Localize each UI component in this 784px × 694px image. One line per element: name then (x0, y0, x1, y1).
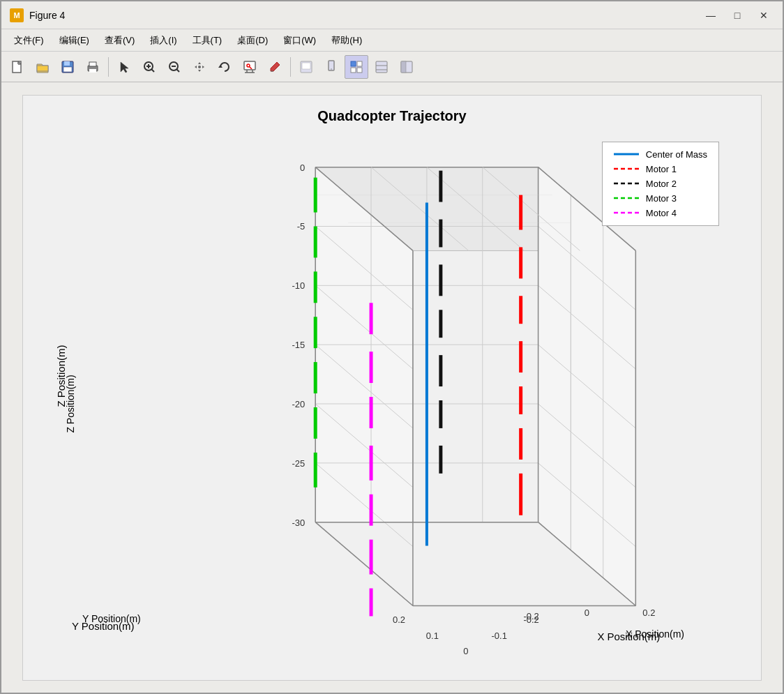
legend-label-motor4: Motor 4 (646, 208, 677, 218)
svg-text:X Position(m): X Position(m) (597, 631, 660, 642)
menu-bar: 文件(F) 编辑(E) 查看(V) 插入(I) 工具(T) 桌面(D) 窗口(W… (1, 29, 783, 52)
svg-rect-34 (376, 61, 387, 73)
open-button[interactable] (31, 55, 54, 79)
svg-text:Y Position(m): Y Position(m) (72, 620, 135, 632)
brush-button[interactable] (263, 55, 287, 79)
svg-marker-18 (218, 65, 223, 68)
minimize-button[interactable]: — (700, 6, 721, 24)
legend-label-motor1: Motor 1 (646, 164, 677, 174)
menu-tools[interactable]: 工具(T) (186, 31, 229, 50)
svg-text:0: 0 (463, 646, 468, 656)
content-area: Quadcopter Trajectory Z Position(m) X Po… (1, 82, 783, 693)
svg-text:-30: -30 (292, 517, 305, 527)
svg-text:-20: -20 (292, 398, 305, 409)
maximize-button[interactable]: □ (727, 6, 748, 24)
svg-rect-5 (64, 61, 70, 66)
legend-label-motor2: Motor 2 (646, 179, 677, 189)
svg-text:0.2: 0.2 (642, 608, 655, 618)
grid2-button[interactable] (370, 55, 393, 79)
print-button[interactable] (81, 55, 105, 79)
main-window: M Figure 4 — □ ✕ 文件(F) 编辑(E) 查看(V) 插入(I)… (0, 0, 784, 694)
pan-button[interactable] (188, 55, 211, 79)
figure-button[interactable] (294, 55, 318, 79)
legend-item-com: Center of Mass (614, 149, 707, 160)
svg-line-13 (152, 69, 155, 72)
legend-item-motor2: Motor 2 (614, 179, 707, 189)
menu-view[interactable]: 查看(V) (98, 31, 142, 50)
legend-item-motor3: Motor 3 (614, 193, 707, 204)
select-button[interactable] (112, 55, 136, 79)
svg-text:-25: -25 (292, 458, 305, 468)
legend-line-motor4 (614, 212, 639, 214)
menu-insert[interactable]: 插入(I) (143, 31, 183, 50)
svg-rect-32 (351, 68, 356, 73)
legend-item-motor1: Motor 1 (614, 164, 707, 174)
svg-rect-8 (89, 62, 96, 66)
save-button[interactable] (56, 55, 80, 79)
svg-rect-6 (63, 67, 72, 72)
svg-rect-33 (357, 68, 362, 73)
svg-point-29 (331, 68, 332, 70)
svg-text:-5: -5 (297, 221, 306, 232)
svg-rect-27 (302, 63, 310, 69)
data-cursor-button[interactable] (238, 55, 262, 79)
svg-line-16 (177, 69, 180, 72)
legend-line-motor2 (614, 183, 639, 185)
zoom-out-button[interactable] (163, 55, 186, 79)
app-icon: M (10, 8, 24, 22)
legend-line-com (614, 153, 639, 156)
svg-text:-10: -10 (292, 280, 305, 291)
svg-text:Z Position(m): Z Position(m) (55, 345, 67, 407)
plot-container: Quadcopter Trajectory Z Position(m) X Po… (22, 95, 762, 681)
rotate-button[interactable] (213, 55, 236, 79)
window-title: Figure 4 (29, 10, 700, 21)
close-button[interactable]: ✕ (753, 6, 774, 24)
panel-button[interactable] (395, 55, 419, 79)
menu-file[interactable]: 文件(F) (7, 31, 51, 50)
legend-label-motor3: Motor 3 (646, 193, 677, 204)
plot-title: Quadcopter Trajectory (317, 108, 466, 124)
legend: Center of Mass Motor 1 Motor 2 (602, 142, 719, 226)
svg-text:0.1: 0.1 (426, 631, 439, 641)
svg-text:-15: -15 (292, 340, 305, 350)
svg-text:0.2: 0.2 (393, 614, 405, 625)
menu-window[interactable]: 窗口(W) (276, 31, 323, 50)
toolbar (1, 52, 783, 82)
mobile-button[interactable] (319, 55, 343, 79)
title-bar: M Figure 4 — □ ✕ (1, 1, 783, 29)
svg-rect-3 (37, 66, 48, 71)
svg-text:0: 0 (300, 162, 305, 172)
separator-2 (290, 57, 291, 77)
svg-rect-30 (351, 61, 356, 66)
svg-rect-9 (89, 69, 96, 73)
zoom-in-button[interactable] (137, 55, 161, 79)
legend-label-com: Center of Mass (646, 149, 707, 160)
legend-line-motor1 (614, 168, 639, 170)
separator-1 (108, 57, 109, 77)
svg-text:0: 0 (585, 608, 589, 618)
svg-text:-0.1: -0.1 (492, 631, 507, 641)
menu-edit[interactable]: 编辑(E) (52, 31, 96, 50)
menu-help[interactable]: 帮助(H) (324, 31, 369, 50)
svg-point-17 (198, 66, 201, 68)
title-bar-buttons: — □ ✕ (700, 6, 774, 24)
svg-text:-0.2: -0.2 (523, 611, 538, 621)
menu-desktop[interactable]: 桌面(D) (230, 31, 275, 50)
svg-rect-38 (401, 61, 406, 73)
new-button[interactable] (6, 55, 29, 79)
svg-rect-31 (357, 61, 362, 66)
legend-item-motor4: Motor 4 (614, 208, 707, 218)
layout-button[interactable] (345, 55, 368, 79)
plot-area: Z Position(m) X Position(m) Y Position(m… (23, 128, 761, 680)
legend-line-motor3 (614, 197, 639, 199)
